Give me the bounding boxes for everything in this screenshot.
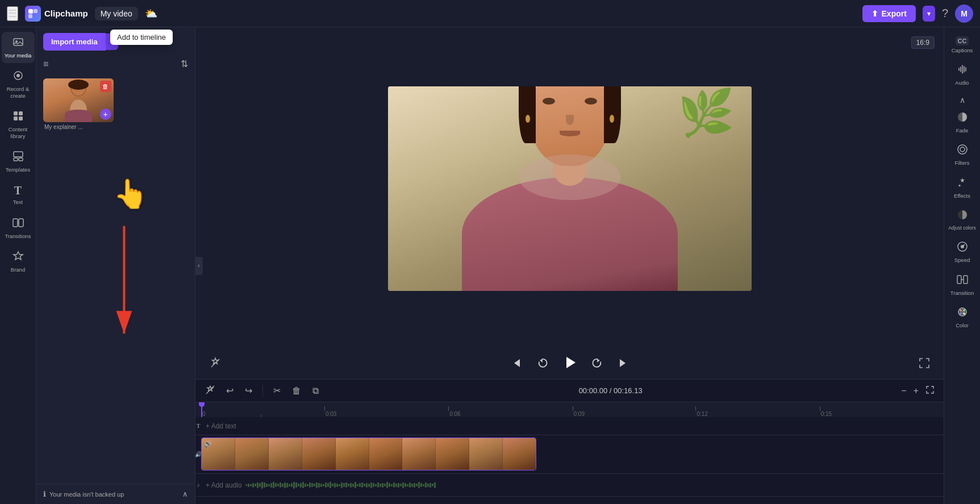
video-placeholder: 🌿 bbox=[388, 86, 752, 291]
hamburger-menu[interactable]: ☰ bbox=[7, 6, 18, 21]
topbar: ☰ Clipchamp My video ⛅ ⬆ Export ▾ ? M bbox=[0, 0, 980, 27]
add-audio-button[interactable]: + Add audio bbox=[206, 481, 242, 489]
import-media-button[interactable]: Import media bbox=[43, 33, 106, 51]
sidebar-item-record-create[interactable]: Record & create bbox=[2, 65, 35, 103]
backup-warning-text: Your media isn't backed up bbox=[49, 491, 124, 498]
timeline-toolbar: ↩ ↪ ✂ 🗑 ⧉ 00:00.00 / 00:16.13 − + bbox=[195, 380, 944, 402]
right-sidebar-audio[interactable]: Audio bbox=[946, 59, 979, 90]
svg-rect-15 bbox=[19, 219, 23, 227]
right-sidebar-fade[interactable]: Fade bbox=[946, 107, 979, 138]
right-label-speed: Speed bbox=[954, 257, 970, 263]
filter-icon[interactable]: ≡ bbox=[43, 59, 48, 69]
preview-area: 16:9 🌿 bbox=[195, 27, 944, 349]
transitions-icon bbox=[12, 217, 24, 231]
sidebar-item-text[interactable]: T Text bbox=[2, 180, 35, 210]
svg-rect-8 bbox=[19, 111, 23, 115]
skip-back-button[interactable] bbox=[507, 355, 524, 374]
right-sidebar-transition[interactable]: Transition bbox=[946, 269, 979, 301]
right-sidebar: CC Captions Audio ∧ Fade Filters bbox=[944, 27, 980, 504]
media-thumbnail[interactable]: 🗑 + bbox=[43, 78, 114, 122]
sidebar-item-templates[interactable]: Templates bbox=[2, 146, 35, 177]
speed-icon bbox=[957, 241, 968, 255]
tl-copy-button[interactable]: ⧉ bbox=[309, 384, 322, 398]
record-create-icon bbox=[12, 70, 24, 84]
playback-center-controls bbox=[507, 352, 632, 377]
collapse-panel-button[interactable]: ∧ bbox=[182, 490, 188, 498]
sidebar-item-content-library[interactable]: Content library bbox=[2, 106, 35, 144]
svg-point-4 bbox=[15, 40, 18, 43]
main-area: Your media Record & create Content libra… bbox=[0, 27, 980, 504]
right-label-transition: Transition bbox=[950, 290, 974, 296]
video-track-content[interactable]: 🔊 bbox=[201, 435, 944, 473]
media-panel: Import media ▾ ≡ ⇅ Add to timeline 🗑 bbox=[36, 27, 195, 504]
right-sidebar-captions[interactable]: CC Captions bbox=[946, 32, 979, 58]
tl-undo-button[interactable]: ↩ bbox=[223, 383, 237, 398]
svg-rect-30 bbox=[964, 276, 968, 284]
sidebar-label-templates: Templates bbox=[6, 166, 30, 173]
audio-track: ♪ + Add audio bbox=[195, 474, 944, 497]
tl-magic-tool[interactable] bbox=[202, 383, 218, 399]
svg-rect-2 bbox=[28, 14, 32, 18]
delete-media-button[interactable]: 🗑 bbox=[100, 81, 111, 92]
text-track-content: + Add text bbox=[201, 417, 944, 435]
preview-video: 🌿 bbox=[388, 86, 752, 291]
timeline-body: // Will be rendered via JS below 0 bbox=[195, 402, 944, 504]
export-dropdown-button[interactable]: ▾ bbox=[923, 6, 935, 22]
info-icon: ℹ bbox=[43, 490, 46, 498]
sort-icon[interactable]: ⇅ bbox=[181, 59, 188, 69]
right-sidebar-filters[interactable]: Filters bbox=[946, 139, 979, 170]
playback-controls bbox=[195, 349, 944, 379]
right-sidebar-color[interactable]: Color bbox=[946, 302, 979, 333]
tl-zoom-controls: − + bbox=[899, 383, 937, 399]
help-icon[interactable]: ? bbox=[942, 7, 948, 20]
tl-redo-button[interactable]: ↪ bbox=[241, 383, 256, 398]
sidebar-item-transitions[interactable]: Transitions bbox=[2, 213, 35, 244]
transition-icon bbox=[957, 274, 968, 288]
sidebar-label-record: Record & create bbox=[4, 86, 32, 99]
export-button[interactable]: ⬆ Export bbox=[862, 5, 916, 22]
forward-button[interactable] bbox=[589, 355, 606, 374]
add-text-button[interactable]: + Add text bbox=[206, 422, 236, 430]
timeline: ↩ ↪ ✂ 🗑 ⧉ 00:00.00 / 00:16.13 − + bbox=[195, 379, 944, 504]
magic-button[interactable] bbox=[209, 357, 222, 372]
audio-track-content: + Add audio bbox=[201, 474, 944, 496]
add-to-timeline-plus-button[interactable]: + bbox=[100, 109, 111, 120]
tl-tracks: T + Add text 🔊 bbox=[195, 417, 944, 504]
video-title[interactable]: My video bbox=[95, 7, 138, 20]
svg-rect-7 bbox=[14, 111, 18, 115]
sidebar-label-your-media: Your media bbox=[5, 52, 32, 59]
app-name: Clipchamp bbox=[44, 9, 88, 18]
left-sidebar: Your media Record & create Content libra… bbox=[0, 27, 36, 504]
play-button[interactable] bbox=[560, 352, 580, 377]
avatar[interactable]: M bbox=[955, 5, 973, 23]
right-label-adjust-colors: Adjust colors bbox=[948, 225, 976, 231]
right-sidebar-effects[interactable]: Effects bbox=[946, 172, 979, 203]
media-grid: 🗑 + My explainer ... bbox=[36, 74, 195, 484]
svg-rect-9 bbox=[14, 116, 18, 120]
your-media-icon bbox=[12, 36, 24, 51]
sidebar-item-brand-kit[interactable]: Brand bbox=[2, 246, 35, 277]
svg-point-34 bbox=[963, 309, 965, 311]
tl-zoom-out-button[interactable]: − bbox=[899, 384, 908, 398]
tl-zoom-fit-button[interactable] bbox=[923, 383, 937, 399]
rewind-button[interactable] bbox=[533, 355, 551, 374]
fullscreen-button[interactable] bbox=[919, 357, 930, 372]
media-thumb-item: 🗑 + My explainer ... bbox=[43, 78, 114, 479]
right-sidebar-adjust-colors[interactable]: Adjust colors bbox=[946, 205, 979, 235]
tl-delete-button[interactable]: 🗑 bbox=[289, 384, 305, 398]
svg-rect-0 bbox=[28, 9, 33, 14]
color-icon bbox=[957, 306, 968, 320]
svg-point-6 bbox=[16, 74, 20, 77]
tl-zoom-in-button[interactable]: + bbox=[911, 384, 921, 398]
media-panel-bottom: ℹ Your media isn't backed up ∧ bbox=[36, 484, 195, 504]
media-item-label: My explainer ... bbox=[43, 122, 114, 130]
right-sidebar-speed[interactable]: Speed bbox=[946, 236, 979, 268]
video-clip[interactable]: 🔊 bbox=[201, 438, 536, 470]
sidebar-item-your-media[interactable]: Your media bbox=[2, 32, 35, 63]
tl-cut-button[interactable]: ✂ bbox=[270, 383, 284, 398]
right-sidebar-expand[interactable]: ∧ bbox=[960, 95, 965, 105]
right-label-filters: Filters bbox=[955, 160, 970, 166]
panel-collapse-button[interactable]: ‹ bbox=[195, 257, 203, 275]
app-logo: Clipchamp bbox=[25, 6, 88, 22]
skip-forward-button[interactable] bbox=[615, 355, 632, 374]
